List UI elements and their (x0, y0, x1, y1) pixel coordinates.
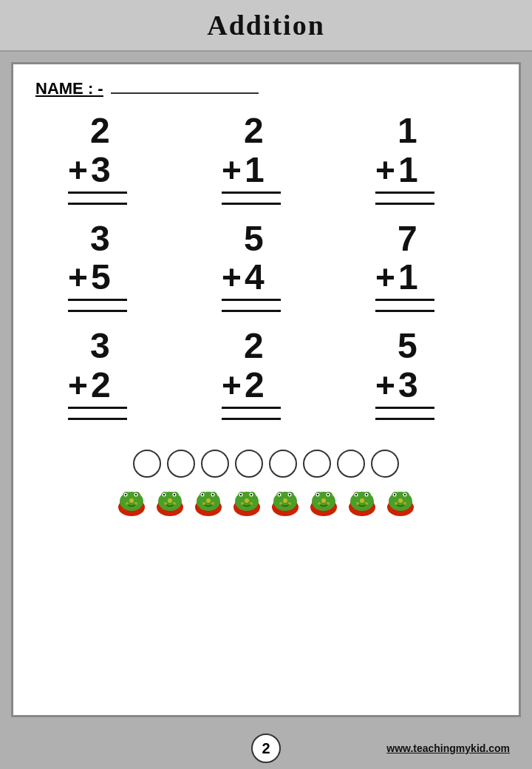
num1-2-1: 3 (90, 220, 110, 259)
answer-1-2[interactable] (222, 203, 281, 205)
svg-point-73 (366, 494, 367, 495)
svg-point-74 (360, 498, 364, 503)
problem-3-1: 3 +2 (68, 327, 157, 420)
underline-3-3 (375, 407, 434, 409)
num1-2-2: 5 (244, 220, 264, 259)
num2-1-1: +3 (68, 151, 111, 190)
frog-icon-5 (267, 481, 303, 516)
svg-point-62 (327, 494, 329, 495)
frog-icon-2 (152, 481, 188, 516)
circle-7 (337, 450, 365, 478)
problem-2-2: 5 +4 (222, 220, 310, 313)
svg-point-53 (279, 502, 282, 505)
underline-2-2 (222, 299, 281, 301)
problem-1-2: 2 +1 (222, 112, 310, 205)
num1-1-1: 2 (90, 112, 110, 151)
svg-point-75 (356, 502, 359, 505)
underline-3-2 (222, 407, 281, 409)
problem-2-1: 3 +5 (68, 220, 157, 313)
underline-1-2 (222, 192, 281, 194)
answer-2-1[interactable] (68, 310, 127, 312)
answer-3-1[interactable] (68, 418, 127, 420)
num2-3-3: +3 (375, 366, 418, 405)
underline-3-1 (68, 407, 127, 409)
frog-icon-3 (191, 481, 226, 516)
svg-point-8 (129, 498, 134, 503)
svg-point-83 (394, 494, 395, 495)
circle-4 (235, 450, 263, 478)
frog-icon-6 (306, 481, 341, 516)
circle-6 (303, 450, 331, 478)
svg-point-85 (398, 498, 403, 503)
num2-2-1: +5 (68, 258, 111, 297)
svg-point-64 (318, 502, 321, 505)
svg-point-42 (241, 502, 244, 505)
frog-icon-1 (114, 481, 149, 516)
num1-2-3: 7 (398, 220, 417, 259)
svg-point-6 (125, 494, 126, 495)
svg-point-17 (163, 494, 165, 495)
svg-point-72 (355, 494, 357, 495)
svg-point-31 (202, 502, 205, 505)
name-label: NAME : - (35, 79, 103, 98)
underline-2-3 (375, 299, 434, 301)
frog-icon-8 (383, 481, 418, 516)
num2-2-2: +4 (222, 258, 265, 297)
problem-1-3: 1 +1 (375, 112, 464, 205)
svg-point-63 (321, 498, 326, 503)
bottom-decoration (35, 450, 497, 516)
problem-1-1: 2 +3 (68, 112, 157, 205)
svg-point-61 (317, 494, 318, 495)
svg-point-50 (279, 494, 280, 495)
svg-point-65 (327, 502, 330, 505)
footer: 2 www.teachingmykid.com (0, 728, 532, 769)
underline-1-1 (68, 192, 127, 194)
svg-point-54 (288, 502, 291, 505)
num2-3-2: +2 (222, 366, 265, 405)
num1-1-2: 2 (244, 112, 264, 151)
answer-2-3[interactable] (375, 310, 434, 312)
problem-2-3: 7 +1 (375, 220, 464, 313)
circle-2 (167, 450, 195, 478)
svg-point-20 (164, 502, 167, 505)
page-title: Addition (207, 10, 325, 41)
problem-3-2: 2 +2 (222, 327, 310, 420)
answer-3-2[interactable] (222, 418, 281, 420)
svg-point-19 (168, 498, 172, 503)
svg-point-41 (245, 498, 249, 503)
num1-1-3: 1 (398, 112, 417, 151)
problem-3-3: 5 +3 (375, 327, 464, 420)
num2-1-2: +1 (222, 151, 265, 190)
svg-point-10 (134, 502, 137, 505)
svg-point-40 (250, 494, 252, 495)
svg-point-7 (135, 494, 137, 495)
num1-3-3: 5 (398, 327, 417, 366)
website-link: www.teachingmykid.com (386, 742, 510, 754)
svg-point-9 (126, 502, 129, 505)
answer-2-2[interactable] (222, 310, 281, 312)
num1-3-2: 2 (244, 327, 264, 366)
problems-row-2: 3 +5 5 +4 7 +1 (35, 220, 497, 313)
circle-1 (133, 450, 161, 478)
circle-5 (269, 450, 297, 478)
num2-3-1: +2 (68, 366, 111, 405)
num2-1-3: +1 (375, 151, 418, 190)
circle-3 (201, 450, 229, 478)
answer-1-3[interactable] (375, 203, 434, 205)
name-blank[interactable] (111, 91, 259, 94)
answer-1-1[interactable] (68, 203, 127, 205)
svg-point-30 (206, 498, 211, 503)
svg-point-18 (174, 494, 175, 495)
svg-point-29 (212, 494, 214, 495)
frogs-row (114, 481, 418, 516)
svg-point-39 (240, 494, 242, 495)
svg-point-21 (173, 502, 176, 505)
underline-1-3 (375, 192, 434, 194)
answer-3-3[interactable] (375, 418, 434, 420)
num1-3-1: 3 (90, 327, 110, 366)
header: Addition (0, 0, 532, 52)
svg-point-51 (289, 494, 290, 495)
svg-point-28 (202, 494, 203, 495)
page-number: 2 (251, 734, 281, 763)
svg-point-32 (211, 502, 214, 505)
